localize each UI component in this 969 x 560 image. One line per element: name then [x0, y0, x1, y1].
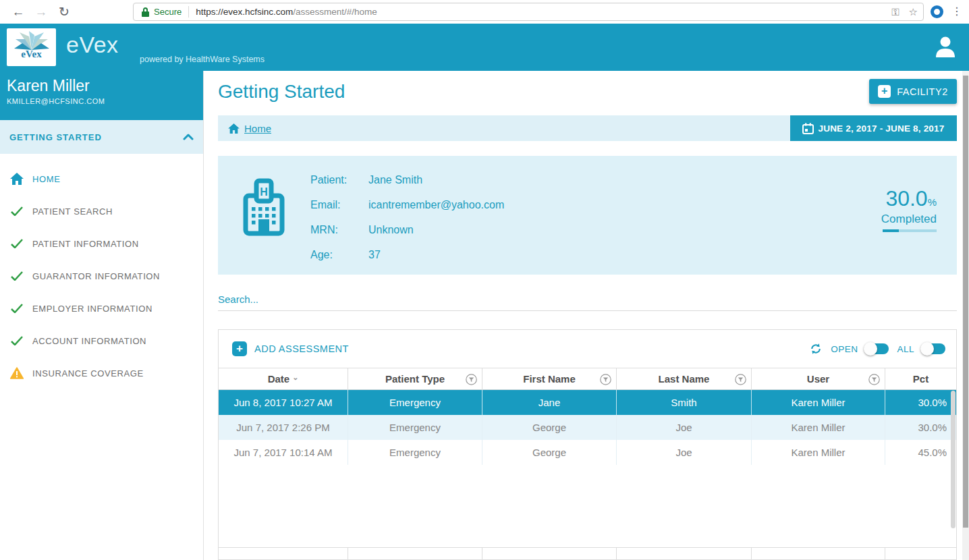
cell-date: Jun 7, 2017 10:14 AM	[219, 440, 348, 465]
sort-caret-icon: ⌄	[292, 373, 298, 382]
sidebar-item-guarantor-information[interactable]: GUARANTOR INFORMATION	[0, 260, 203, 292]
cell-last-name: Smith	[617, 390, 752, 415]
brand-title: eVex	[66, 32, 119, 58]
sidebar-item-label: PATIENT INFORMATION	[32, 239, 139, 249]
open-toggle-label: OPEN	[831, 344, 858, 354]
sidebar-item-account-information[interactable]: ACCOUNT INFORMATION	[0, 325, 203, 357]
bookmark-star-icon[interactable]: ☆	[909, 6, 918, 18]
column-header-patient-type[interactable]: Patient Type	[348, 368, 482, 389]
column-header-last-name[interactable]: Last Name	[617, 368, 752, 389]
chevron-up-icon	[183, 134, 194, 140]
check-icon	[11, 239, 23, 248]
sidebar-item-employer-information[interactable]: EMPLOYER INFORMATION	[0, 292, 203, 325]
sidebar-item-label: GUARANTOR INFORMATION	[32, 271, 160, 281]
field-label: MRN:	[310, 224, 368, 236]
table-header-row: Date⌄ Patient Type First Name Last Name …	[219, 368, 956, 390]
cell-date: Jun 7, 2017 2:26 PM	[219, 415, 348, 440]
cell-patient-type: Emergency	[348, 390, 482, 415]
search-input[interactable]	[218, 293, 957, 305]
browser-menu-icon[interactable]: ⋮	[951, 4, 962, 19]
cell-user: Karen Miller	[752, 415, 885, 440]
filter-icon[interactable]	[600, 374, 611, 385]
sidebar-menu: HOME PATIENT SEARCH PATIENT INFORMATION …	[0, 154, 203, 389]
column-label: Patient Type	[385, 373, 445, 385]
address-bar[interactable]: Secure https://evex.hcfsinc.com/assessme…	[133, 3, 924, 21]
facility-button-label: FACILITY2	[897, 86, 947, 97]
add-assessment-button[interactable]: + ADD ASSESSMENT	[232, 341, 349, 356]
omnibox-divider	[188, 6, 189, 18]
search-field-row	[218, 293, 957, 311]
page-scrollbar[interactable]	[962, 71, 969, 560]
add-facility-icon: +	[878, 85, 891, 98]
hospital-icon: H	[241, 177, 287, 238]
facility-button[interactable]: + FACILITY2	[869, 79, 957, 104]
url-path: /assessment/#/home	[293, 7, 377, 17]
table-toolbar: + ADD ASSESSMENT OPEN ALL	[219, 330, 956, 368]
sidebar-item-insurance-coverage[interactable]: INSURANCE COVERAGE	[0, 357, 203, 389]
password-key-icon[interactable]: ⚿	[891, 6, 899, 18]
browser-back-icon[interactable]: ←	[7, 5, 30, 20]
open-toggle[interactable]	[866, 343, 889, 354]
sidebar-user-block: Karen Miller KMILLER@HCFSINC.COM	[0, 71, 203, 120]
check-icon	[11, 336, 23, 345]
table-row[interactable]: Jun 7, 2017 2:26 PM Emergency George Joe…	[219, 415, 956, 440]
table-row[interactable]: Jun 7, 2017 10:14 AM Emergency George Jo…	[219, 440, 956, 465]
browser-refresh-icon[interactable]: ↻	[53, 4, 76, 20]
column-header-pct[interactable]: Pct	[885, 368, 956, 389]
field-label: Email:	[310, 199, 368, 211]
logo-wordmark: eVex	[21, 49, 41, 60]
plus-icon: +	[232, 341, 247, 356]
column-header-user[interactable]: User	[752, 368, 885, 389]
cell-pct: 30.0%	[885, 390, 956, 415]
cell-patient-type: Emergency	[348, 440, 482, 465]
column-header-first-name[interactable]: First Name	[482, 368, 617, 389]
section-label: GETTING STARTED	[9, 132, 102, 142]
all-toggle-knob	[920, 342, 934, 356]
field-label: Age:	[310, 249, 368, 261]
date-range-picker[interactable]: JUNE 2, 2017 - JUNE 8, 2017	[790, 115, 957, 141]
page-scrollbar-thumb[interactable]	[963, 76, 968, 528]
completion-unit: %	[928, 196, 937, 208]
refresh-icon[interactable]	[809, 342, 823, 356]
evex-logo[interactable]: eVex	[7, 28, 56, 66]
completion-progress-fill	[883, 229, 899, 232]
filter-icon[interactable]	[735, 374, 746, 385]
cell-last-name: Joe	[617, 415, 752, 440]
cell-date: Jun 8, 2017 10:27 AM	[219, 390, 348, 415]
check-icon	[11, 304, 23, 313]
cell-last-name: Joe	[617, 440, 752, 465]
sidebar-item-patient-search[interactable]: PATIENT SEARCH	[0, 195, 203, 227]
powered-by-text: powered by HealthWare Systems	[140, 55, 265, 64]
warning-icon	[10, 367, 24, 379]
home-icon	[10, 173, 24, 185]
user-profile-icon[interactable]	[934, 35, 957, 59]
cell-patient-type: Emergency	[348, 415, 482, 440]
sidebar-item-patient-information[interactable]: PATIENT INFORMATION	[0, 227, 203, 260]
field-label: Patient:	[310, 174, 368, 186]
add-assessment-label: ADD ASSESSMENT	[254, 343, 349, 354]
calendar-icon	[802, 123, 814, 134]
browser-forward-icon[interactable]: →	[30, 5, 53, 20]
table-row[interactable]: Jun 8, 2017 10:27 AM Emergency Jane Smit…	[219, 390, 956, 415]
patient-age-value: 37	[368, 249, 381, 261]
secure-padlock-icon	[142, 7, 149, 17]
table-scrollbar-thumb[interactable]	[951, 391, 956, 528]
date-range-label: JUNE 2, 2017 - JUNE 8, 2017	[818, 123, 944, 134]
url-host: https://evex.hcfsinc.com	[196, 7, 293, 17]
completion-percent: 30.0	[885, 186, 927, 211]
all-toggle[interactable]	[922, 343, 945, 354]
patient-info-fields: Patient:Jane Smith Email:icantremember@y…	[310, 167, 504, 267]
filter-icon[interactable]	[466, 374, 477, 385]
extension-icon[interactable]	[931, 5, 943, 18]
sidebar-item-label: EMPLOYER INFORMATION	[32, 304, 153, 314]
patient-name-value: Jane Smith	[368, 174, 422, 186]
patient-mrn-value: Unknown	[368, 224, 414, 236]
sidebar-section-getting-started[interactable]: GETTING STARTED	[0, 120, 203, 154]
column-header-date[interactable]: Date⌄	[219, 368, 348, 389]
sidebar-item-label: HOME	[32, 174, 60, 184]
column-label: Date	[268, 373, 290, 385]
filter-icon[interactable]	[868, 374, 880, 385]
sidebar-item-home[interactable]: HOME	[0, 163, 203, 195]
browser-toolbar: ← → ↻ Secure https://evex.hcfsinc.com/as…	[0, 0, 969, 24]
breadcrumb-home-link[interactable]: Home	[228, 123, 271, 134]
